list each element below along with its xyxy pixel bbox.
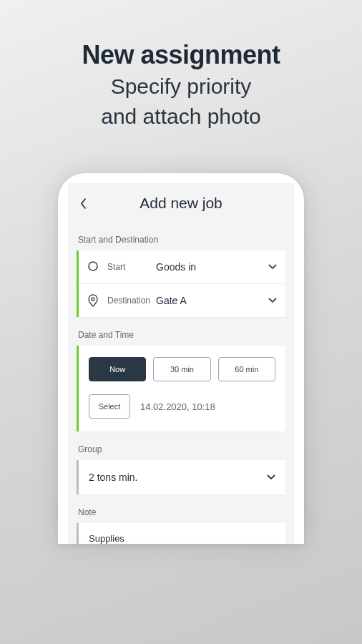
destination-row[interactable]: Destination Gate A — [79, 283, 285, 317]
app-screen: Add new job Start and Destination Start … — [68, 183, 294, 544]
chip-select-date[interactable]: Select — [89, 394, 130, 419]
section-label-note: Note — [78, 507, 285, 517]
start-label: Start — [107, 262, 156, 272]
circle-outline-icon — [87, 260, 100, 273]
form-content: Start and Destination Start Goods in — [68, 235, 294, 544]
start-value: Goods in — [156, 261, 268, 273]
note-card[interactable]: Supplies — [77, 523, 285, 544]
destination-label: Destination — [107, 296, 156, 306]
group-card: 2 tons min. — [77, 460, 285, 494]
note-value: Supplies — [89, 533, 124, 544]
promo-header: New assignment Specify priority and atta… — [0, 0, 362, 130]
chevron-down-icon — [267, 474, 275, 480]
datetime-card: Now 30 min 60 min Select 14.02.2020, 10:… — [77, 346, 285, 431]
phone-frame: Add new job Start and Destination Start … — [58, 173, 304, 544]
page-title: Add new job — [75, 195, 287, 212]
date-select-row: Select 14.02.2020, 10:18 — [79, 389, 285, 431]
section-label-datetime: Date and Time — [78, 330, 285, 340]
chevron-down-icon — [268, 264, 277, 270]
promo-subtitle-2: and attach photo — [0, 103, 362, 130]
start-dest-card: Start Goods in Destination Gate A — [77, 250, 285, 317]
group-value: 2 tons min. — [89, 472, 267, 483]
time-chips: Now 30 min 60 min — [79, 346, 285, 389]
chip-30min[interactable]: 30 min — [153, 357, 210, 381]
svg-point-0 — [89, 262, 97, 270]
destination-value: Gate A — [156, 295, 268, 306]
start-row[interactable]: Start Goods in — [79, 250, 285, 283]
promo-subtitle-1: Specify priority — [0, 73, 362, 100]
map-pin-icon — [87, 294, 100, 307]
section-label-group: Group — [78, 444, 285, 454]
group-select[interactable]: 2 tons min. — [79, 460, 285, 494]
app-bar: Add new job — [68, 183, 294, 222]
promo-title: New assignment — [0, 40, 362, 70]
chevron-down-icon — [268, 298, 277, 303]
chip-60min[interactable]: 60 min — [218, 357, 275, 381]
chip-now[interactable]: Now — [89, 357, 146, 381]
datetime-value: 14.02.2020, 10:18 — [140, 401, 215, 412]
svg-point-1 — [92, 298, 94, 301]
section-label-start-dest: Start and Destination — [78, 235, 285, 245]
